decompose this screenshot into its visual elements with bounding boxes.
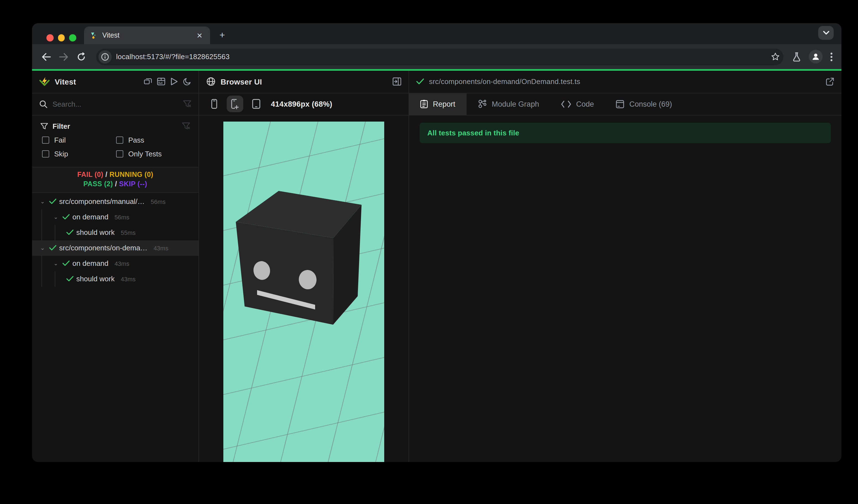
- summary-line-1: FAIL (0) / RUNNING (0): [32, 170, 198, 179]
- tab-label: Module Graph: [492, 100, 539, 108]
- run-all-icon[interactable]: [170, 77, 178, 86]
- banner-text: All tests passed in this file: [427, 129, 519, 137]
- tree-row[interactable]: ⌄src/components/manual/…56ms: [32, 194, 198, 209]
- browser-tab[interactable]: Vitest ✕: [84, 27, 210, 44]
- viewport-size-label: 414x896px (68%): [271, 100, 332, 108]
- test-name: on demand: [73, 259, 108, 267]
- profile-avatar[interactable]: [809, 50, 823, 64]
- chevron-down-icon[interactable]: ⌄: [52, 260, 60, 266]
- checkbox[interactable]: [42, 150, 49, 157]
- filter-checkbox-skip[interactable]: Skip: [42, 149, 116, 158]
- test-name: on demand: [73, 213, 108, 221]
- pass-count: PASS (2): [83, 180, 113, 188]
- tab-label: Code: [576, 100, 594, 108]
- back-button[interactable]: [39, 49, 53, 64]
- tree-row[interactable]: should work43ms: [32, 271, 198, 287]
- address-bar[interactable]: localhost:5173/#/?file=1828625563: [96, 48, 783, 65]
- clear-filter-icon[interactable]: [182, 122, 190, 130]
- tab-close-icon[interactable]: ✕: [195, 30, 205, 40]
- test-duration: 56ms: [114, 214, 129, 220]
- browser-preview-panel: Browser UI: [199, 70, 409, 462]
- sidebar-header: Vitest: [32, 70, 198, 93]
- url-text[interactable]: localhost:5173/#/?file=1828625563: [116, 52, 766, 61]
- tab-label: Console (69): [630, 100, 672, 108]
- clear-search-filter-icon[interactable]: [183, 100, 191, 108]
- report-panel: src/components/on-demand/OnDemand.test.t…: [409, 70, 841, 462]
- device-preset-large[interactable]: [248, 96, 264, 112]
- indent-guide: [42, 256, 42, 287]
- dock-panel-icon[interactable]: [393, 77, 401, 86]
- forward-button[interactable]: [57, 49, 71, 64]
- close-window-button[interactable]: [46, 34, 53, 41]
- globe-icon: [206, 77, 216, 86]
- menu-dots-icon[interactable]: [830, 52, 832, 61]
- filter-funnel-icon: [41, 123, 48, 130]
- filter-options: FailPassSkipOnly Tests: [41, 136, 190, 158]
- collapse-panels-icon[interactable]: [144, 77, 152, 86]
- pass-check-icon: [66, 229, 74, 235]
- tree-row[interactable]: should work55ms: [32, 225, 198, 240]
- search-input[interactable]: [52, 100, 178, 108]
- device-toolbar: 414x896px (68%): [199, 93, 409, 115]
- filter-checkbox-fail[interactable]: Fail: [42, 136, 116, 144]
- filter-title: Filter: [52, 122, 70, 130]
- app-title: Vitest: [55, 77, 76, 86]
- browser-window: Vitest ✕ +: [32, 23, 841, 462]
- pass-check-icon: [66, 276, 74, 282]
- checkbox-label: Only Tests: [128, 149, 162, 158]
- test-name: src/components/on-dema…: [59, 244, 147, 252]
- open-external-icon[interactable]: [826, 77, 834, 86]
- summary-line-2: PASS (2) / SKIP (--): [32, 179, 198, 189]
- tab-console-69[interactable]: Console (69): [605, 93, 683, 115]
- new-tab-button[interactable]: +: [216, 29, 229, 42]
- site-info-icon[interactable]: [98, 50, 112, 63]
- test-duration: 43ms: [114, 260, 129, 267]
- sidebar: Vitest: [32, 70, 199, 462]
- tab-label: Report: [433, 100, 455, 108]
- tab-strip: Vitest ✕ +: [32, 23, 841, 44]
- test-duration: 55ms: [121, 229, 136, 236]
- test-file-path: src/components/on-demand/OnDemand.test.t…: [429, 77, 580, 86]
- checkbox[interactable]: [116, 136, 123, 143]
- device-preset-medium[interactable]: [227, 96, 243, 112]
- reload-button[interactable]: [74, 49, 89, 64]
- indent-guide: [42, 209, 42, 240]
- all-passed-banner: All tests passed in this file: [419, 123, 831, 143]
- tree-row[interactable]: ⌄on demand56ms: [32, 209, 198, 225]
- experiments-flask-icon[interactable]: [792, 52, 801, 62]
- report-icon: [420, 99, 428, 108]
- chevron-down-icon[interactable]: ⌄: [39, 245, 46, 251]
- code-icon: [561, 100, 571, 108]
- tab-title: Vitest: [102, 32, 190, 39]
- search-row: [32, 93, 198, 115]
- tree-row[interactable]: ⌄on demand43ms: [32, 256, 198, 271]
- fail-count: FAIL (0): [77, 170, 103, 178]
- checkbox-label: Fail: [54, 136, 66, 144]
- chevron-down-icon[interactable]: ⌄: [52, 214, 60, 220]
- filter-checkbox-pass[interactable]: Pass: [116, 136, 190, 144]
- minimize-window-button[interactable]: [58, 34, 65, 41]
- chevron-down-icon[interactable]: ⌄: [39, 198, 46, 205]
- report-body: All tests passed in this file: [409, 115, 841, 462]
- device-preset-small[interactable]: [206, 96, 222, 112]
- checkbox[interactable]: [42, 136, 49, 143]
- indent-guide: [55, 271, 55, 287]
- test-name: src/components/manual/…: [59, 197, 145, 206]
- dashboard-icon[interactable]: [157, 77, 165, 86]
- tab-report[interactable]: Report: [409, 93, 466, 115]
- console-icon: [616, 100, 624, 108]
- test-duration: 43ms: [154, 245, 168, 251]
- tab-search-button[interactable]: [818, 26, 834, 40]
- pass-check-icon: [49, 198, 57, 205]
- test-tree: ⌄src/components/manual/…56ms⌄on demand56…: [32, 193, 198, 462]
- tab-code[interactable]: Code: [550, 93, 605, 115]
- test-viewport-iframe[interactable]: [223, 121, 384, 462]
- tree-row[interactable]: ⌄src/components/on-dema…43ms: [32, 240, 198, 256]
- dark-mode-moon-icon[interactable]: [183, 77, 191, 86]
- maximize-window-button[interactable]: [69, 34, 76, 41]
- checkbox[interactable]: [116, 150, 123, 157]
- pass-check-icon: [62, 260, 70, 266]
- bookmark-star-icon[interactable]: [770, 52, 780, 61]
- filter-checkbox-only-tests[interactable]: Only Tests: [116, 149, 190, 158]
- tab-module-graph[interactable]: Module Graph: [466, 93, 550, 115]
